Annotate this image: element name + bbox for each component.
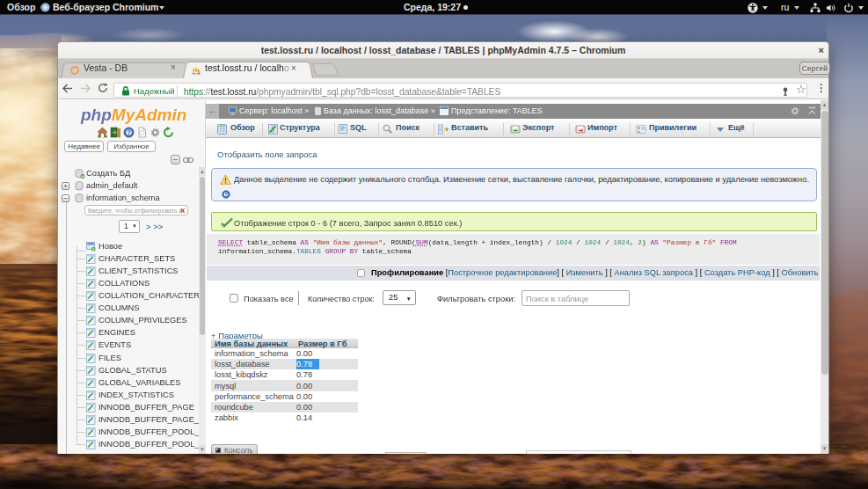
svg-text:?: ? [128, 129, 131, 135]
svg-text:?: ? [225, 192, 228, 197]
svg-text:PMA: PMA [193, 71, 198, 75]
